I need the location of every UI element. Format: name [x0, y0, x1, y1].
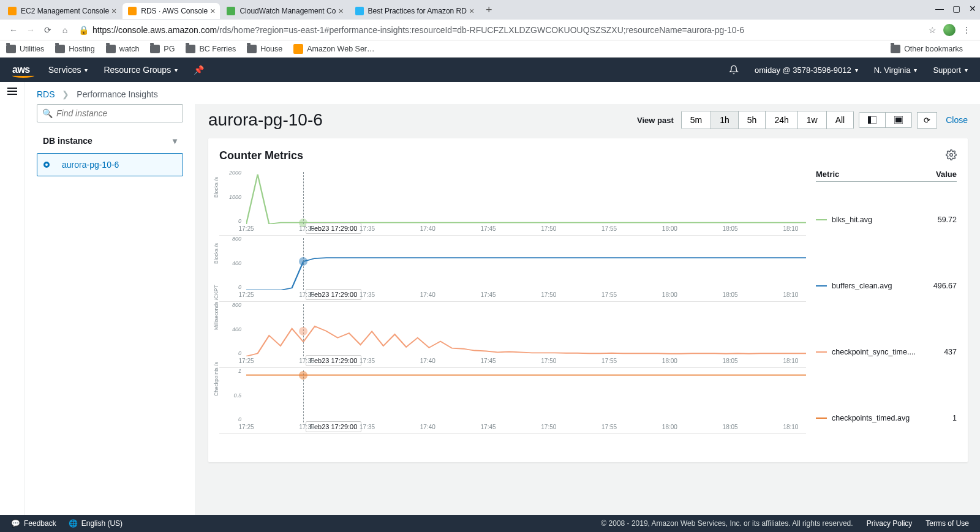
profile-avatar[interactable] [941, 24, 958, 36]
range-24h[interactable]: 24h [765, 111, 797, 129]
plot-area [246, 238, 806, 290]
tab-ec2[interactable]: EC2 Management Console× [2, 3, 121, 19]
resource-groups-menu[interactable]: Resource Groups [104, 65, 178, 75]
time-range-segment: 5m1h5h24h1wAll [681, 111, 854, 129]
chat-icon: 💬 [11, 519, 20, 528]
tab-cloudwatch[interactable]: CloudWatch Management Co× [221, 3, 348, 19]
tab-rds[interactable]: RDS · AWS Console× [123, 3, 220, 19]
radio-selected-icon [43, 162, 50, 168]
other-bookmarks[interactable]: Other bookmarks [891, 45, 963, 53]
range-5h[interactable]: 5h [738, 111, 766, 129]
plot-area [246, 304, 806, 356]
tab-docs[interactable]: Best Practices for Amazon RD× [350, 3, 480, 19]
legend-value-header: Value [936, 170, 957, 179]
folder-icon [150, 45, 160, 53]
bookmark-utilities[interactable]: Utilities [6, 45, 44, 53]
bookmark-pg[interactable]: PG [150, 45, 175, 53]
aws-icon [127, 6, 137, 16]
star-icon[interactable]: ☆ [924, 25, 941, 35]
breadcrumb-current: Performance Insights [77, 89, 157, 99]
close-link[interactable]: Close [946, 115, 968, 125]
view-past-label: View past [637, 116, 674, 125]
aws-logo[interactable]: aws [12, 64, 30, 75]
folder-icon [106, 45, 116, 53]
legend-row-checkpoint-sync-time-[interactable]: checkpoint_sync_time....437 [816, 319, 957, 385]
language-selector[interactable]: 🌐English (US) [69, 519, 123, 528]
legend-row-checkpoints-timed-avg[interactable]: checkpoints_timed.avg1 [816, 385, 957, 451]
close-window-button[interactable]: ✕ [969, 4, 976, 13]
region-menu[interactable]: N. Virginia [874, 66, 918, 75]
range-1w[interactable]: 1w [797, 111, 827, 129]
close-icon[interactable]: × [338, 6, 343, 16]
legend-row-blks-hit-avg[interactable]: blks_hit.avg59.72 [816, 187, 957, 253]
folder-icon [186, 45, 195, 53]
legend-metric-header: Metric [816, 170, 839, 179]
close-icon[interactable]: × [469, 6, 474, 16]
services-menu[interactable]: Services [48, 65, 88, 75]
bookmark-house[interactable]: House [247, 45, 282, 53]
svg-point-4 [950, 154, 953, 157]
close-icon[interactable]: × [111, 6, 116, 16]
privacy-link[interactable]: Privacy Policy [867, 519, 913, 528]
legend-swatch [816, 219, 827, 220]
y-axis: 8004000 [219, 302, 241, 356]
legend-swatch [816, 285, 827, 287]
svg-rect-1 [868, 116, 871, 124]
pin-icon[interactable]: 📌 [194, 65, 204, 75]
minimize-button[interactable]: — [935, 4, 944, 13]
chart-checkpoints-timed-avg[interactable]: 10.50Checkpoints /sFeb23 17:29:0017:2517… [219, 368, 806, 434]
aws-icon [7, 6, 17, 16]
bookmark-hosting[interactable]: Hosting [55, 45, 94, 53]
window-controls: — ▢ ✕ [935, 4, 976, 13]
refresh-button[interactable]: ⟳ [917, 112, 937, 129]
chart-buffers-clean-avg[interactable]: 8004000Blocks /sFeb23 17:29:0017:2517:30… [219, 236, 806, 302]
support-menu[interactable]: Support [933, 66, 968, 75]
account-menu[interactable]: omiday @ 3578-3596-9012 [755, 66, 858, 75]
folder-icon [6, 45, 16, 53]
bookmark-bc-ferries[interactable]: BC Ferries [186, 45, 236, 53]
legend-row-buffers-clean-avg[interactable]: buffers_clean.avg496.67 [816, 253, 957, 319]
chevron-down-icon: ▾ [173, 136, 177, 146]
search-field[interactable] [56, 108, 178, 118]
globe-icon: 🌐 [69, 519, 78, 528]
maximize-button[interactable]: ▢ [952, 4, 960, 13]
layout-split-button[interactable] [859, 112, 886, 128]
range-1h[interactable]: 1h [710, 111, 739, 129]
chart-checkpoint-sync-time[interactable]: 8004000Milliseconds /CKPTFeb23 17:29:001… [219, 302, 806, 368]
search-icon: 🔍 [42, 108, 53, 118]
y-axis: 10.50 [219, 368, 241, 422]
back-button[interactable]: ← [5, 21, 22, 39]
gear-icon[interactable] [946, 149, 957, 162]
time-controls: View past 5m1h5h24h1wAll ⟳ Close [637, 111, 968, 129]
folder-icon [55, 45, 65, 53]
chart-blks-hit-avg[interactable]: 200010000Blocks /sFeb23 17:29:0017:2517:… [219, 170, 806, 236]
y-axis: 200010000 [219, 170, 241, 224]
notifications-icon[interactable] [729, 65, 739, 75]
close-icon[interactable]: × [210, 6, 215, 16]
feedback-link[interactable]: 💬Feedback [11, 519, 56, 528]
copyright: © 2008 - 2019, Amazon Web Services, Inc.… [601, 519, 853, 528]
breadcrumb-rds[interactable]: RDS [37, 89, 55, 99]
menu-button[interactable]: ⋮ [958, 25, 975, 35]
range-All[interactable]: All [826, 111, 854, 129]
url-input[interactable]: 🔒 https://console.aws.amazon.com/rds/hom… [78, 21, 919, 39]
range-5m[interactable]: 5m [681, 111, 711, 129]
home-button[interactable]: ⌂ [56, 21, 74, 39]
new-tab-button[interactable]: + [480, 1, 497, 18]
folder-icon [891, 45, 900, 53]
layout-full-button[interactable] [885, 112, 912, 128]
instance-item-aurora[interactable]: aurora-pg-10-6 [37, 153, 183, 176]
lock-icon: 🔒 [78, 25, 89, 35]
bookmark-aws[interactable]: Amazon Web Ser… [293, 44, 374, 54]
y-axis-label: Milliseconds /CKPT [213, 285, 219, 330]
legend: Metric Value blks_hit.avg59.72buffers_cl… [816, 170, 957, 451]
search-input[interactable]: 🔍 [37, 104, 183, 122]
bookmark-watch[interactable]: watch [106, 45, 140, 53]
cloudwatch-icon [226, 6, 236, 16]
db-instance-header[interactable]: DB instance ▾ [37, 129, 183, 153]
terms-link[interactable]: Terms of Use [925, 519, 969, 528]
forward-button[interactable]: → [22, 21, 39, 39]
nav-toggle[interactable] [0, 82, 24, 515]
reload-button[interactable]: ⟳ [39, 21, 56, 39]
y-axis-label: Blocks /s [213, 242, 219, 263]
